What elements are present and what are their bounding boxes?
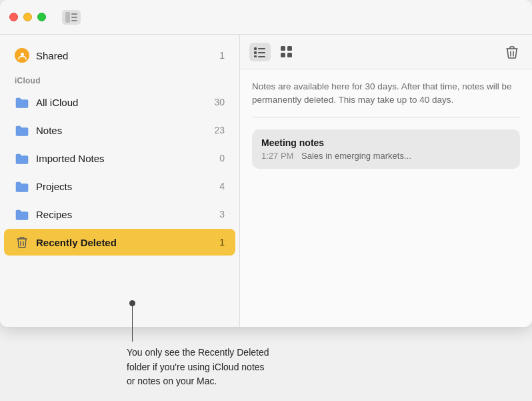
note-title: Meeting notes: [261, 137, 511, 148]
recipes-count: 3: [219, 209, 225, 220]
svg-rect-0: [65, 12, 70, 23]
folder-icon: [15, 95, 29, 109]
trash-icon: [506, 45, 518, 59]
notes-count: 23: [214, 125, 225, 135]
sidebar-item-imported-notes[interactable]: Imported Notes 0: [4, 145, 235, 171]
note-preview: Sales in emerging markets...: [301, 151, 411, 161]
svg-rect-7: [254, 51, 257, 54]
folder-icon-recipes: [15, 207, 29, 222]
main-content: Notes are available here for 30 days. Af…: [240, 69, 532, 327]
svg-rect-13: [281, 53, 285, 57]
shared-icon: [15, 48, 29, 63]
main-toolbar: [240, 35, 532, 69]
svg-rect-5: [254, 47, 257, 50]
svg-rect-1: [71, 13, 77, 15]
app-window: Shared 1 iCloud All iCloud 30: [0, 0, 532, 327]
list-view-button[interactable]: [249, 43, 271, 61]
sidebar-toggle-icon: [65, 12, 78, 23]
recipes-label: Recipes: [36, 209, 219, 220]
note-time: 1:27 PM: [261, 151, 293, 161]
imported-notes-label: Imported Notes: [36, 153, 219, 164]
folder-icon-imported: [15, 151, 29, 165]
svg-rect-6: [258, 48, 265, 49]
recently-deleted-count: 1: [219, 237, 225, 248]
imported-notes-count: 0: [219, 153, 225, 163]
annotation-area: You only see the Recently Deleted folder…: [127, 344, 353, 389]
folder-icon-notes: [15, 123, 29, 137]
notes-label: Notes: [36, 125, 214, 136]
grid-view-button[interactable]: [276, 43, 297, 61]
annotation-line: [132, 303, 133, 342]
icloud-header: iCloud: [0, 69, 239, 88]
recently-deleted-label: Recently Deleted: [36, 237, 219, 248]
sidebar-item-notes[interactable]: Notes 23: [4, 117, 235, 143]
note-meta: 1:27 PM Sales in emerging markets...: [261, 151, 511, 161]
svg-rect-8: [258, 52, 265, 53]
main-panel: Notes are available here for 30 days. Af…: [240, 35, 532, 327]
svg-point-4: [21, 53, 24, 56]
sidebar-item-projects[interactable]: Projects 4: [4, 173, 235, 199]
annotation-dot: [129, 300, 135, 306]
maximize-button[interactable]: [37, 13, 46, 21]
minimize-button[interactable]: [23, 13, 32, 21]
folder-icon-projects: [15, 179, 29, 193]
trash-icon-sidebar: [15, 235, 29, 250]
annotation-text: You only see the Recently Deleted folder…: [127, 346, 353, 389]
shared-count: 1: [219, 50, 225, 61]
content-area: Shared 1 iCloud All iCloud 30: [0, 35, 532, 327]
svg-rect-10: [258, 56, 265, 57]
close-button[interactable]: [9, 13, 18, 21]
svg-rect-12: [287, 46, 292, 51]
all-icloud-count: 30: [214, 97, 225, 107]
sidebar-item-recently-deleted[interactable]: Recently Deleted 1: [4, 229, 235, 256]
projects-count: 4: [219, 181, 225, 191]
svg-rect-2: [71, 17, 77, 18]
traffic-lights: [9, 13, 46, 21]
note-card[interactable]: Meeting notes 1:27 PM Sales in emerging …: [252, 129, 520, 169]
info-text: Notes are available here for 30 days. Af…: [252, 80, 520, 117]
sidebar-item-recipes[interactable]: Recipes 3: [4, 201, 235, 228]
projects-label: Projects: [36, 181, 219, 192]
shared-label: Shared: [36, 50, 219, 61]
sidebar-item-shared[interactable]: Shared 1: [4, 42, 235, 69]
sidebar-item-all-icloud[interactable]: All iCloud 30: [4, 89, 235, 115]
svg-rect-11: [281, 46, 285, 51]
view-toggle-group: [249, 43, 297, 61]
trash-button[interactable]: [501, 43, 523, 61]
sidebar: Shared 1 iCloud All iCloud 30: [0, 35, 240, 327]
all-icloud-label: All iCloud: [36, 97, 214, 108]
sidebar-toggle-button[interactable]: [62, 10, 81, 25]
list-view-icon: [254, 47, 266, 57]
svg-rect-14: [287, 53, 292, 57]
svg-rect-9: [254, 55, 257, 57]
svg-rect-3: [71, 20, 77, 21]
titlebar: [0, 0, 532, 35]
grid-view-icon: [281, 46, 293, 58]
